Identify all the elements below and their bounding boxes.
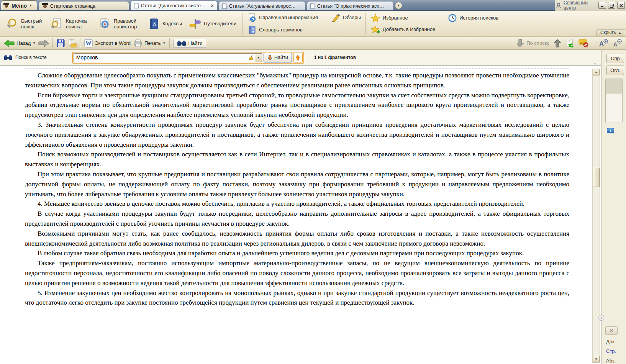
tab-label: Статья "О практических аспектах с... xyxy=(317,3,385,9)
scroll-down-button[interactable]: ▼ xyxy=(593,356,600,362)
hide-toolbar-button[interactable]: Скрыть ▲ xyxy=(597,29,625,36)
close-window-button[interactable] xyxy=(617,2,625,9)
save-button[interactable] xyxy=(57,39,65,47)
toolbar-item-favorites[interactable]: Избранное xyxy=(371,14,435,22)
spr-label: Спр xyxy=(611,56,620,61)
forward-button[interactable] xyxy=(38,39,49,47)
quick-search-icon xyxy=(5,18,18,30)
close-panel-button[interactable]: ✕ xyxy=(605,326,618,335)
search-history-dropdown[interactable]: ▼ xyxy=(255,54,262,62)
find-previous-button[interactable] xyxy=(293,53,303,62)
toolbar-item-quick-search[interactable]: Быстрый поиск xyxy=(4,17,45,31)
contents-panel-button[interactable]: Огл. xyxy=(606,66,624,75)
toolbar-item-reviews[interactable]: Обзоры xyxy=(331,13,361,22)
document-icon xyxy=(222,3,227,9)
find-next-button[interactable]: Найти xyxy=(264,53,292,62)
close-icon[interactable]: × xyxy=(299,4,302,8)
scroll-up-button[interactable]: ▲ xyxy=(593,69,600,75)
page-counter-label[interactable]: Стр. xyxy=(606,348,616,354)
find-button[interactable]: Найти xyxy=(174,39,206,48)
toolbar-item-search-card[interactable]: Карточка поиска xyxy=(49,17,93,31)
right-side-panel: Спр Огл. i ◄ ✕ Док. Стр. Абз. xyxy=(601,50,626,364)
menu-button[interactable]: Меню ▼ xyxy=(1,0,37,10)
up-arrow-icon xyxy=(553,39,562,48)
chevron-up-icon: ▲ xyxy=(618,31,621,34)
hide-label: Скрыть xyxy=(600,30,616,35)
paragraph: 5. Изменение закупочных цен необходимо ж… xyxy=(25,288,569,308)
toolbar-separator xyxy=(593,40,594,46)
info-button[interactable]: i xyxy=(607,128,614,133)
splitter-grip-icon[interactable]: ▲ xyxy=(593,62,597,65)
comments-off-button[interactable] xyxy=(578,39,588,48)
toolbar-item-history[interactable]: История поисков xyxy=(448,14,498,22)
toolbar-item-label: Карточка поиска xyxy=(66,18,91,30)
minimize-icon xyxy=(600,3,605,7)
nav-toolbar-right: По списку xyxy=(516,39,622,48)
toolbar-item-dictionary[interactable]: А Я Словарь терминов xyxy=(248,25,318,34)
chevron-down-icon[interactable]: ▼ xyxy=(163,41,166,45)
font-increase-button[interactable]: A xyxy=(598,39,608,48)
by-list-down-button[interactable]: По списку xyxy=(516,39,549,48)
svg-text:?: ? xyxy=(252,17,254,21)
tab-label: Статья "Актуальные вопросы прове... xyxy=(229,3,297,9)
find-label: Найти xyxy=(188,40,203,46)
document-position-indicator[interactable] xyxy=(605,79,623,123)
mascot-icon xyxy=(42,3,48,9)
chevron-down-icon[interactable]: ▼ xyxy=(33,41,36,45)
send-mail-button[interactable] xyxy=(67,39,77,48)
toolbar-item-reference-info[interactable]: ? Справочная информация xyxy=(248,13,318,22)
search-result-count: 1 из 1 фрагментов xyxy=(314,55,356,60)
minimize-button[interactable] xyxy=(598,2,606,9)
restore-icon xyxy=(610,3,614,8)
close-icon[interactable]: × xyxy=(387,4,390,8)
svg-text:A: A xyxy=(613,41,617,48)
paragraph-counter-label[interactable]: Абз. xyxy=(606,358,616,364)
toolbar-item-label: Добавить в Избранное xyxy=(383,26,435,32)
toolbar-item-guides[interactable]: Путеводители xyxy=(187,17,238,31)
toolbar-separator xyxy=(243,13,243,34)
collapse-panel-button[interactable]: ◄ xyxy=(598,315,604,321)
doc-exchange-button[interactable] xyxy=(565,39,575,48)
service-center-link[interactable]: Сервисный центр xyxy=(564,0,597,11)
print-button[interactable]: Печать ▼ xyxy=(133,39,166,47)
find-down-arrow-icon xyxy=(267,55,272,61)
toolbar-item-label: Избранное xyxy=(383,15,408,21)
paragraph: Сложное оборудование целесообразно покуп… xyxy=(25,71,569,90)
document-column: Поиск в тексте ▼ xyxy=(0,50,601,364)
reference-panel-button[interactable]: Спр xyxy=(606,54,624,63)
toolbar-item-codes[interactable]: К Кодексы xyxy=(147,17,184,31)
back-button[interactable]: Назад ▼ xyxy=(4,39,36,47)
reference-info-icon: ? xyxy=(248,13,256,22)
find-up-arrow-icon xyxy=(295,55,300,61)
tab-label: Статья "Диагностика системы снаб... xyxy=(141,3,208,8)
export-word-button[interactable]: W Экспорт в Word xyxy=(84,39,131,48)
position-indicator-thumb xyxy=(606,79,622,93)
history-clock-icon xyxy=(448,14,457,22)
paragraph: 4. Меньшее количество звеньев в цепочке … xyxy=(25,199,569,209)
toolbar-item-add-favorite[interactable]: Добавить в Избранное xyxy=(371,25,435,34)
menu-label: Меню xyxy=(11,3,27,9)
font-decrease-button[interactable]: A xyxy=(612,39,622,48)
search-input[interactable] xyxy=(74,54,247,62)
tab-article-3[interactable]: Статья "О практических аспектах с... × xyxy=(307,1,393,10)
search-card-icon xyxy=(50,18,63,30)
paragraph: В случае когда участниками процедуры зак… xyxy=(25,209,569,229)
tab-start-page[interactable]: Стартовая страница xyxy=(39,1,129,10)
clear-broom-icon[interactable] xyxy=(247,54,255,62)
print-label: Печать xyxy=(144,40,161,46)
printer-icon xyxy=(133,39,143,47)
chevron-down-icon: ▼ xyxy=(397,4,400,7)
close-icon xyxy=(619,3,623,8)
document-text[interactable]: Сложное оборудование целесообразно покуп… xyxy=(0,66,591,364)
tab-article-1[interactable]: Статья "Диагностика системы снаб... × xyxy=(131,0,217,10)
scrollbar-thumb[interactable] xyxy=(593,168,600,187)
doc-counter-label[interactable]: Док. xyxy=(606,339,616,344)
by-list-up-button[interactable] xyxy=(553,39,562,48)
restore-button[interactable] xyxy=(608,2,616,9)
close-icon[interactable]: × xyxy=(211,4,214,8)
tab-list-dropdown-button[interactable]: ▼ xyxy=(395,2,402,9)
tab-article-2[interactable]: Статья "Актуальные вопросы прове... × xyxy=(219,1,305,10)
favorites-star-icon xyxy=(371,14,380,22)
binoculars-icon xyxy=(4,55,12,61)
toolbar-item-legal-navigator[interactable]: Правовой навигатор xyxy=(97,17,143,31)
